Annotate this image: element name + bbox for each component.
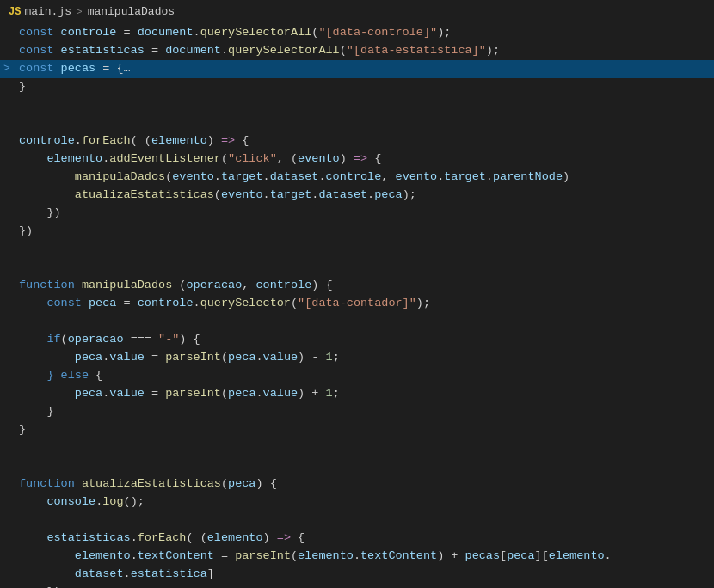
code-token: { bbox=[367, 152, 381, 165]
code-token: elemento bbox=[46, 152, 102, 165]
code-token: . bbox=[194, 26, 200, 39]
code-token: . bbox=[486, 170, 493, 183]
code-token: ) { bbox=[179, 333, 200, 346]
line-content bbox=[12, 259, 714, 277]
code-token: console bbox=[46, 495, 95, 508]
code-token: ) bbox=[263, 531, 277, 544]
line-content: peca.value = parseInt(peca.value) - 1; bbox=[12, 349, 714, 367]
code-token: estatistica bbox=[131, 567, 207, 580]
code-line bbox=[0, 313, 714, 331]
code-token: peca bbox=[228, 351, 255, 364]
code-token: = bbox=[214, 549, 235, 562]
code-token: . bbox=[131, 531, 138, 544]
code-line: peca.value = parseInt(peca.value) - 1; bbox=[0, 349, 714, 367]
line-content: } bbox=[12, 78, 714, 96]
code-token: operacao bbox=[68, 333, 124, 346]
code-token: elemento bbox=[207, 531, 263, 544]
line-content: estatisticas.forEach( (elemento) => { bbox=[12, 530, 714, 548]
code-token: . bbox=[605, 549, 612, 562]
code-line: } else { bbox=[0, 367, 714, 385]
code-token: elemento bbox=[298, 549, 354, 562]
code-token: dataset bbox=[318, 188, 367, 201]
breadcrumb-file[interactable]: main.js bbox=[24, 3, 71, 21]
code-token: pecas bbox=[61, 62, 96, 75]
line-content: } else { bbox=[12, 367, 714, 385]
code-token: = bbox=[116, 297, 137, 309]
breadcrumb-separator: > bbox=[77, 5, 83, 20]
code-token: const bbox=[19, 26, 61, 39]
line-content bbox=[12, 457, 714, 475]
code-token: manipulaDados bbox=[75, 170, 165, 183]
breadcrumb-bar: JS main.js > manipulaDados bbox=[0, 0, 714, 24]
code-token: textContent bbox=[138, 549, 214, 562]
line-content: const estatisticas = document.querySelec… bbox=[12, 42, 714, 60]
code-token: . bbox=[124, 567, 131, 580]
line-content: if(operacao === "-") { bbox=[12, 331, 714, 349]
breadcrumb-function: manipulaDados bbox=[88, 3, 175, 21]
line-content: } bbox=[12, 403, 714, 421]
code-token: parseInt bbox=[235, 549, 291, 562]
code-token: ; bbox=[333, 351, 340, 364]
line-content: }) bbox=[12, 205, 714, 223]
code-token: . bbox=[255, 351, 262, 364]
code-line: dataset.estatistica] bbox=[0, 566, 714, 584]
code-token bbox=[19, 351, 75, 364]
code-line bbox=[0, 241, 714, 259]
code-token: , bbox=[242, 279, 255, 291]
line-content bbox=[12, 241, 714, 259]
code-token: ][ bbox=[535, 549, 549, 562]
code-token: const bbox=[46, 297, 89, 309]
code-token: querySelectorAll bbox=[200, 26, 312, 39]
code-token: => bbox=[221, 134, 235, 147]
code-token: } bbox=[19, 405, 54, 418]
code-token: controle bbox=[255, 279, 311, 291]
code-token: ( ( bbox=[186, 531, 206, 544]
code-token: document bbox=[165, 44, 221, 57]
code-token: ); bbox=[403, 188, 416, 201]
code-token: evento bbox=[172, 170, 214, 183]
code-line bbox=[0, 439, 714, 457]
code-token: controle bbox=[326, 170, 382, 183]
code-token: = bbox=[145, 44, 165, 57]
code-token: controle bbox=[138, 297, 194, 309]
code-token: ; bbox=[333, 387, 340, 400]
line-content: } bbox=[12, 421, 714, 439]
code-token: }) bbox=[46, 206, 60, 219]
code-line bbox=[0, 114, 714, 132]
code-line bbox=[0, 259, 714, 277]
code-token: value bbox=[109, 387, 145, 400]
code-token: (); bbox=[124, 495, 145, 508]
code-token: ] bbox=[207, 567, 214, 580]
code-token bbox=[19, 549, 75, 562]
code-line: manipulaDados(evento.target.dataset.cont… bbox=[0, 168, 714, 187]
code-line: controle.forEach( (elemento) => { bbox=[0, 132, 714, 150]
code-token: . bbox=[131, 549, 138, 562]
code-token: const bbox=[19, 62, 61, 75]
code-token: value bbox=[263, 351, 299, 364]
code-token bbox=[19, 297, 46, 309]
line-content: peca.value = parseInt(peca.value) + 1; bbox=[12, 385, 714, 403]
code-token: pecas bbox=[465, 549, 501, 562]
line-content: }) bbox=[12, 584, 714, 588]
code-token: 1 bbox=[326, 351, 333, 364]
line-content: dataset.estatistica] bbox=[12, 566, 714, 584]
code-token: peca bbox=[228, 477, 255, 490]
line-content: manipulaDados(evento.target.dataset.cont… bbox=[12, 168, 714, 187]
code-token bbox=[19, 495, 46, 508]
code-token: forEach bbox=[138, 531, 187, 544]
code-token: ( bbox=[221, 477, 228, 490]
code-token: } bbox=[19, 423, 26, 436]
code-token: const bbox=[19, 44, 61, 57]
code-token: estatisticas bbox=[46, 531, 130, 544]
code-token: estatisticas bbox=[61, 44, 145, 57]
code-token: operacao bbox=[186, 279, 242, 291]
code-token: . bbox=[318, 170, 325, 183]
line-content: const controle = document.querySelectorA… bbox=[12, 24, 714, 42]
code-token: … bbox=[124, 62, 131, 75]
code-token: = bbox=[116, 26, 137, 39]
code-token: log bbox=[102, 495, 123, 508]
code-token: ) bbox=[340, 152, 354, 165]
code-token: . bbox=[354, 549, 360, 562]
code-token: "[data-controle]" bbox=[318, 26, 437, 39]
code-token bbox=[19, 567, 75, 580]
